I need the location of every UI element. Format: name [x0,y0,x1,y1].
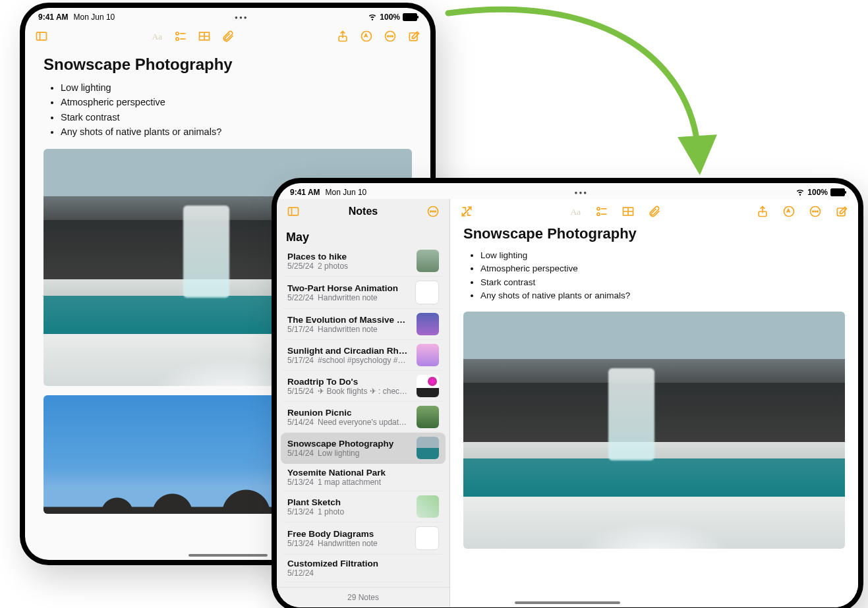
note-item-title: Yosemite National Park [287,468,439,478]
battery-icon [830,188,845,196]
attachment-icon[interactable] [647,204,662,219]
more-icon[interactable] [808,204,823,219]
battery-icon [403,13,417,21]
note-item-thumbnail [415,281,439,304]
note-list-item[interactable]: Sunlight and Circadian Rhyth…5/17/24#sch… [281,340,446,371]
svg-rect-0 [37,32,47,40]
battery-percent: 100% [807,188,828,197]
battery-percent: 100% [380,13,400,22]
note-list-item[interactable]: Customized Filtration5/12/24 [281,555,446,582]
bullet-item[interactable]: Any shots of native plants or animals? [61,124,412,139]
note-item-thumbnail [417,375,439,397]
multitask-dots-icon[interactable]: ●●● [366,190,796,196]
split-view: Notes May Places to hike5/25/242 photosT… [277,199,858,607]
svg-text:Aa: Aa [152,32,162,41]
note-item-thumbnail [417,313,439,335]
note-item-title: Places to hike [287,252,410,262]
svg-point-20 [430,211,432,212]
svg-point-14 [390,36,391,37]
expand-icon[interactable] [459,204,474,219]
note-list-item[interactable]: Free Body Diagrams5/13/24Handwritten not… [281,522,446,555]
section-header: May [277,224,449,246]
share-icon[interactable] [335,29,350,43]
note-list-item[interactable]: Reunion Picnic5/14/24Need everyone's upd… [281,402,446,433]
more-icon[interactable] [383,29,397,43]
svg-point-24 [596,207,599,210]
note-item-title: Sunlight and Circadian Rhyth… [287,346,410,356]
note-title[interactable]: Snowscape Photography [43,55,412,74]
rotation-arrow [395,0,738,198]
table-icon[interactable] [621,204,635,219]
bullet-item[interactable]: Atmospheric perspective [480,262,845,275]
markup-icon[interactable] [359,29,374,43]
svg-point-34 [813,211,814,212]
compose-icon[interactable] [834,204,849,219]
note-item-subtitle: 5/12/24 [287,568,439,578]
note-list-item[interactable]: Snowscape Photography5/14/24Low lighting [281,433,446,464]
note-item-thumbnail [417,495,439,518]
note-list-item[interactable]: Roadtrip To Do's5/15/24✈︎ Book flights ✈… [281,371,446,402]
note-list-item[interactable]: Two-Part Horse Animation5/22/24Handwritt… [281,277,446,309]
note-item-thumbnail [417,344,439,366]
note-item-thumbnail [417,250,439,272]
svg-point-26 [596,213,599,215]
note-list-item[interactable]: Plant Sketch5/13/241 photo [281,491,446,522]
checklist-icon[interactable] [173,29,188,43]
bullet-item[interactable]: Stark contrast [480,276,845,289]
more-icon[interactable] [426,204,440,219]
sidebar-toggle-icon[interactable] [34,29,49,43]
share-icon[interactable] [755,204,770,219]
markup-icon[interactable] [782,204,796,219]
text-format-icon[interactable]: Aa [150,29,164,43]
status-right: 100% [796,187,845,198]
bullet-item[interactable]: Low lighting [61,80,412,95]
checklist-icon[interactable] [594,204,609,219]
svg-point-36 [817,211,819,212]
multitask-dots-icon[interactable]: ●●● [115,14,368,20]
note-body[interactable]: Snowscape Photography Low lighting Atmos… [450,224,858,565]
status-right: 100% [368,12,417,23]
svg-rect-17 [289,207,299,215]
bullet-item[interactable]: Low lighting [480,249,845,262]
note-item-subtitle: 5/25/242 photos [287,262,410,271]
note-item-subtitle: 5/22/24Handwritten note [287,293,409,302]
home-indicator[interactable] [188,554,268,557]
note-bullets[interactable]: Low lighting Atmospheric perspective Sta… [463,249,845,302]
note-bullets[interactable]: Low lighting Atmospheric perspective Sta… [43,80,412,140]
bullet-item[interactable]: Atmospheric perspective [61,95,412,109]
svg-point-15 [392,36,393,37]
note-image-waterfall[interactable] [463,312,845,549]
note-main: Aa [450,199,858,607]
screen-landscape: 9:41 AM Mon Jun 10 ●●● 100% Notes [277,183,858,607]
note-item-title: Roadtrip To Do's [287,377,410,387]
home-indicator[interactable] [515,601,620,604]
compose-icon[interactable] [407,29,421,43]
status-date: Mon Jun 10 [74,13,115,22]
sidebar-title: Notes [312,206,414,217]
note-list[interactable]: Places to hike5/25/242 photosTwo-Part Ho… [277,246,449,587]
svg-point-22 [435,211,436,212]
status-time: 9:41 AM [290,188,320,197]
attachment-icon[interactable] [221,29,235,43]
note-item-subtitle: 5/13/24Handwritten note [287,539,409,548]
wifi-icon [796,187,805,198]
note-list-item[interactable]: The Evolution of Massive Star…5/17/24Han… [281,309,446,340]
toolbar-portrait: Aa [25,24,430,49]
note-list-item[interactable]: Yosemite National Park5/13/241 map attac… [281,464,446,491]
note-item-title: Customized Filtration [287,559,439,568]
note-item-title: Free Body Diagrams [287,529,409,539]
bullet-item[interactable]: Stark contrast [61,110,412,124]
svg-point-3 [175,32,178,35]
table-icon[interactable] [197,29,212,43]
note-item-subtitle: 5/17/24#school #psychology #bio… [287,356,410,365]
note-item-title: Snowscape Photography [287,439,410,449]
note-title[interactable]: Snowscape Photography [463,225,845,242]
note-item-subtitle: 5/15/24✈︎ Book flights ✈︎ : check… [287,387,410,396]
text-format-icon[interactable]: Aa [568,204,583,219]
status-bar: 9:41 AM Mon Jun 10 ●●● 100% [277,183,858,199]
bullet-item[interactable]: Any shots of native plants or animals? [480,289,845,302]
sidebar-toggle-icon[interactable] [286,204,301,219]
note-item-thumbnail [417,406,439,428]
note-item-title: The Evolution of Massive Star… [287,315,410,325]
note-list-item[interactable]: Places to hike5/25/242 photos [281,246,446,277]
